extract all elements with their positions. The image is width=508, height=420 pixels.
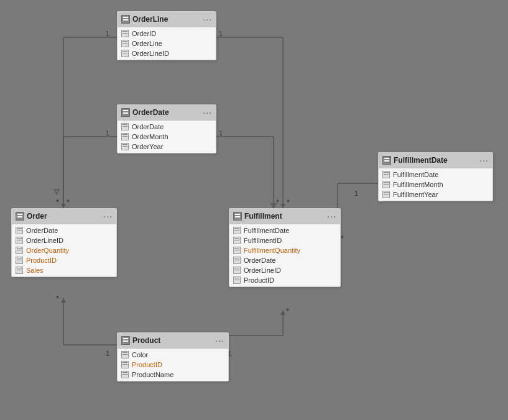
svg-text:*: * [56, 294, 59, 303]
svg-text:*: * [56, 198, 59, 207]
col-icon [16, 247, 23, 254]
col-name: FulfillmentID [244, 237, 282, 244]
table-row: FulfillmentQuantity [229, 245, 340, 255]
table-fulfillment: Fulfillment ··· FulfillmentDate Fulfillm… [229, 208, 341, 287]
col-icon [233, 257, 241, 264]
col-icon [121, 361, 129, 368]
col-icon [233, 247, 241, 254]
table-row: OrderLineID [118, 48, 216, 58]
svg-text:1: 1 [219, 129, 223, 137]
col-icon [16, 267, 23, 274]
resize-handle[interactable] [487, 196, 492, 201]
table-row: OrderLineID [229, 265, 340, 275]
col-name: Sales [26, 267, 44, 274]
table-menu-order[interactable]: ··· [103, 211, 113, 221]
table-row: ProductName [118, 370, 228, 380]
table-row: Color [118, 350, 228, 360]
col-name: FulfillmentMonth [393, 181, 443, 188]
table-menu-orderline[interactable]: ··· [203, 14, 212, 24]
table-row: OrderMonth [118, 132, 216, 142]
table-title-fulfillment: Fulfillment [244, 212, 282, 221]
table-grid-icon [16, 212, 24, 221]
table-header-product: Product ··· [118, 333, 228, 349]
table-menu-orderdate[interactable]: ··· [203, 107, 212, 117]
table-header-fulfillmentdate: FulfillmentDate ··· [379, 153, 492, 168]
table-grid-icon [121, 108, 130, 117]
table-body-fulfillment: FulfillmentDate FulfillmentID Fulfillmen… [229, 224, 340, 286]
col-icon [121, 371, 129, 378]
svg-text:*: * [67, 198, 70, 207]
table-fulfillmentdate: FulfillmentDate ··· FulfillmentDate Fulf… [378, 152, 493, 201]
table-title-orderdate: OrderDate [132, 108, 169, 117]
col-icon [382, 171, 390, 178]
table-body-fulfillmentdate: FulfillmentDate FulfillmentMonth Fulfill… [379, 168, 492, 201]
table-header-orderline: OrderLine ··· [118, 12, 216, 27]
table-menu-product[interactable]: ··· [215, 336, 224, 345]
col-icon [16, 227, 23, 234]
table-body-product: Color ProductID ProductName [118, 349, 228, 381]
col-name: OrderLine [132, 40, 162, 47]
table-grid-icon [121, 15, 130, 24]
col-name: ProductID [244, 276, 274, 284]
table-order: Order ··· OrderDate OrderLineID OrderQua… [11, 208, 117, 277]
table-menu-fulfillmentdate[interactable]: ··· [479, 155, 489, 165]
resize-handle[interactable] [223, 376, 228, 381]
col-icon [121, 351, 129, 358]
table-row: FulfillmentMonth [379, 180, 492, 189]
col-icon [16, 237, 23, 244]
col-icon [121, 50, 129, 57]
col-icon [121, 133, 129, 140]
resize-handle[interactable] [335, 281, 340, 286]
col-icon [382, 181, 390, 188]
col-name: OrderDate [26, 227, 58, 234]
resize-handle[interactable] [111, 272, 116, 276]
table-menu-fulfillment[interactable]: ··· [327, 211, 336, 221]
col-name: FulfillmentQuantity [244, 247, 300, 254]
table-orderline: OrderLine ··· OrderID OrderLine OrderLin… [117, 11, 216, 60]
svg-marker-18 [271, 204, 276, 208]
col-name: ProductID [26, 257, 57, 264]
table-header-order: Order ··· [12, 209, 116, 224]
table-grid-icon [382, 156, 391, 165]
col-icon [16, 257, 23, 264]
col-name: FulfillmentYear [393, 191, 438, 198]
svg-text:*: * [341, 234, 344, 243]
col-name: ProductID [132, 361, 162, 368]
table-row: OrderID [118, 29, 216, 39]
col-name: OrderMonth [132, 133, 169, 140]
col-name: ProductName [132, 371, 173, 378]
svg-marker-8 [280, 204, 285, 208]
col-name: OrderID [132, 30, 156, 37]
table-title-product: Product [132, 336, 160, 345]
col-name: Color [132, 351, 148, 358]
resize-handle[interactable] [211, 148, 216, 153]
table-row: OrderDate [118, 122, 216, 132]
col-icon [121, 123, 129, 130]
svg-text:*: * [276, 198, 279, 207]
table-title-fulfillmentdate: FulfillmentDate [394, 156, 448, 165]
resize-handle[interactable] [211, 55, 216, 60]
col-icon [233, 267, 241, 274]
table-row: ProductID [229, 275, 340, 285]
table-row: OrderQuantity [12, 245, 116, 255]
col-name: FulfillmentDate [244, 227, 289, 234]
table-row: FulfillmentDate [379, 170, 492, 180]
svg-text:1: 1 [354, 189, 358, 197]
table-row: ProductID [118, 360, 228, 370]
table-row: FulfillmentYear [379, 189, 492, 199]
table-row: OrderYear [118, 142, 216, 152]
table-row: OrderDate [229, 255, 340, 265]
table-title-orderline: OrderLine [132, 15, 168, 24]
table-grid-icon [121, 336, 130, 345]
table-row: Sales [12, 265, 116, 275]
col-name: OrderQuantity [26, 247, 69, 254]
svg-marker-14 [54, 189, 59, 194]
svg-text:1: 1 [106, 129, 109, 137]
col-icon [121, 143, 129, 150]
table-row: OrderLineID [12, 235, 116, 245]
col-icon [121, 40, 129, 47]
col-icon [121, 30, 129, 37]
diagram-canvas: 1 * * 1 * * 1 1 1 * [0, 0, 508, 420]
table-body-orderline: OrderID OrderLine OrderLineID [118, 27, 216, 60]
svg-text:1: 1 [106, 350, 109, 357]
